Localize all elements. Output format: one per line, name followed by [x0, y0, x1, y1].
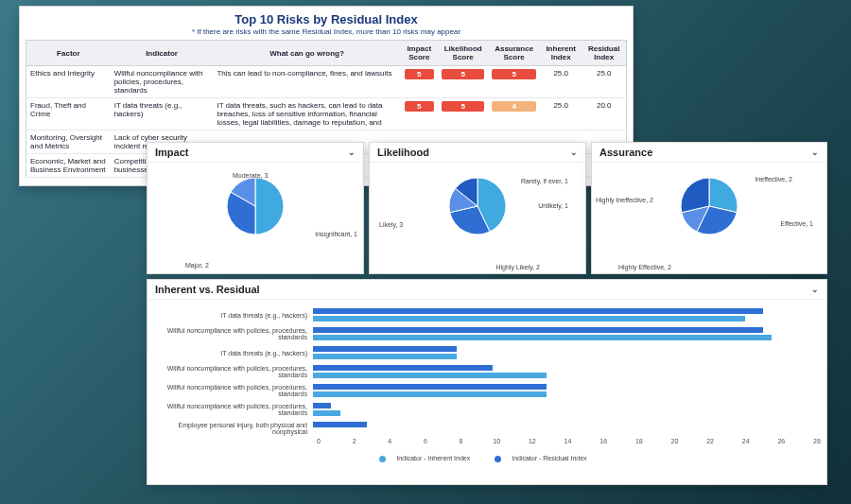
pie-label: Insignificant, 1: [315, 231, 357, 237]
col-header: Residual Index: [582, 41, 627, 66]
col-header: What can go wrong?: [213, 41, 400, 66]
col-header: Likelihood Score: [438, 41, 489, 66]
risk-table-title: Top 10 Risks by Residual Index: [26, 12, 627, 26]
bar-row: IT data threats (e.g., hackers): [157, 305, 817, 324]
pie-label: Highly Effective, 2: [618, 264, 671, 270]
pie-label: Effective, 1: [780, 220, 813, 227]
card-title: Inherent vs. Residual: [155, 284, 260, 295]
score-badge: 5: [405, 69, 434, 79]
chevron-down-icon[interactable]: ⌄: [811, 148, 819, 157]
table-row: Ethics and IntegrityWillful noncomplianc…: [26, 66, 627, 98]
score-badge: 5: [492, 69, 535, 79]
pie-label: Moderate, 3: [233, 172, 268, 179]
col-header: Assurance Score: [488, 41, 539, 66]
pie-label: Major, 2: [185, 262, 209, 269]
pie-label: Ineffective, 2: [755, 176, 792, 182]
pie-label: Highly Ineffective, 2: [596, 197, 653, 203]
likelihood-card: Likelihood⌄ Likely, 3Highly Likely, 2Unl…: [369, 142, 586, 274]
risk-table-note: * If there are risks with the same Resid…: [26, 27, 627, 36]
score-badge: 4: [492, 101, 535, 112]
pie-label: Likely, 3: [379, 221, 403, 228]
card-title: Impact: [155, 147, 188, 158]
chevron-down-icon[interactable]: ⌄: [811, 285, 819, 294]
col-header: Factor: [26, 41, 111, 66]
pie-label: Unlikely, 1: [538, 202, 568, 209]
bar-row: Willful noncompliance with policies, pro…: [157, 400, 817, 419]
bar-row: Willful noncompliance with policies, pro…: [157, 381, 817, 400]
chevron-down-icon[interactable]: ⌄: [570, 148, 578, 157]
impact-card: Impact⌄ Moderate, 3Major, 2Insignificant…: [147, 142, 364, 274]
assurance-card: Assurance⌄ Highly Ineffective, 2Ineffect…: [591, 142, 827, 274]
table-row: Fraud, Theft and CrimeIT data threats (e…: [26, 98, 627, 130]
bar-legend: Indicator - Inherent Index Indicator - R…: [157, 455, 817, 462]
inherent-vs-residual-card: Inherent vs. Residual⌄ IT data threats (…: [147, 279, 827, 485]
bar-row: Willful noncompliance with policies, pro…: [157, 362, 817, 381]
card-title: Likelihood: [377, 147, 429, 158]
card-title: Assurance: [599, 147, 652, 158]
col-header: Impact Score: [401, 41, 438, 66]
score-badge: 5: [442, 101, 485, 112]
bar-row: IT data threats (e.g., hackers): [157, 343, 817, 362]
bar-row: Employee personal injury, both physical …: [157, 419, 817, 438]
col-header: Indicator: [111, 41, 214, 66]
score-badge: 5: [405, 101, 434, 112]
score-badge: 5: [442, 69, 485, 79]
chevron-down-icon[interactable]: ⌄: [348, 148, 356, 157]
col-header: Inherent Index: [540, 41, 582, 66]
pie-label: Highly Likely, 2: [495, 264, 540, 270]
pie-label: Rarely, if ever, 1: [521, 178, 568, 184]
bar-row: Willful noncompliance with policies, pro…: [157, 324, 817, 343]
